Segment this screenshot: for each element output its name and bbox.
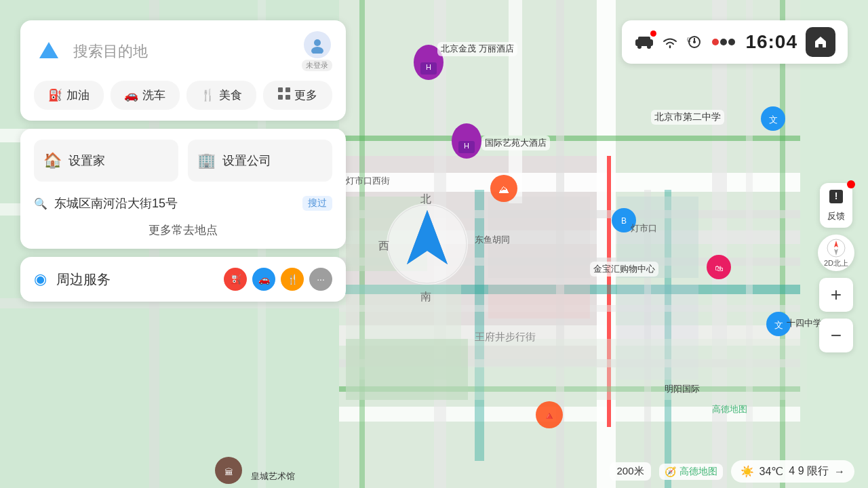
food-label: 美食 (219, 87, 242, 103)
food-icon: 🍴 (201, 88, 215, 102)
more-label: 更多 (294, 87, 317, 103)
nearby-label: 周边服务 (56, 270, 214, 289)
gaode-logo-map: 高德地图 (712, 403, 747, 415)
svg-point-68 (311, 47, 323, 54)
svg-marker-66 (39, 42, 58, 58)
fuel-icon: ⛽ (48, 88, 62, 102)
zoom-in-button[interactable]: + (819, 278, 853, 312)
compass-icon (826, 238, 846, 258)
more-grid-icon (278, 87, 290, 103)
right-controls: ! 反馈 2D北上 + − (818, 183, 854, 352)
zoom-out-button[interactable]: − (819, 319, 853, 352)
search-history-icon: 🔍 (34, 197, 47, 210)
recent-address: 东城区南河沿大街15号 (54, 195, 296, 211)
compass-label: 2D北上 (824, 258, 848, 268)
svg-rect-72 (285, 95, 290, 100)
svg-text:H: H (464, 142, 469, 150)
poi-label-guoji: 国际艺苑大酒店 (481, 136, 550, 150)
svg-point-67 (314, 39, 321, 46)
feedback-notification-dot (847, 180, 855, 188)
poi-label-14zhong: 十四中学 (787, 317, 822, 329)
svg-rect-7 (597, 0, 616, 488)
svg-rect-70 (285, 87, 290, 92)
svg-rect-71 (278, 95, 283, 100)
gaode-logo: 🧭 高德地图 (659, 464, 723, 480)
svg-text:B: B (621, 216, 627, 226)
home-work-card: 🏠 设置家 🏢 设置公司 🔍 东城区南河沿大街15号 搜过 更多常去地点 (20, 129, 346, 249)
svg-text:🏛: 🏛 (224, 467, 233, 477)
nearby-car-icon[interactable]: 🚗 (252, 268, 275, 291)
svg-rect-74 (638, 37, 650, 42)
nearby-fuel-icon[interactable]: ⛽ (224, 268, 247, 291)
status-bar: (( 16:04 (622, 20, 848, 64)
set-work-button[interactable]: 🏢 设置公司 (188, 140, 332, 182)
login-button[interactable]: 未登录 (302, 31, 332, 71)
direction-north: 北 (420, 192, 431, 207)
quick-fuel-button[interactable]: ⛽ 加油 (34, 81, 104, 110)
gaode-logo-text: 高德地图 (679, 466, 717, 478)
svg-point-79 (693, 41, 696, 43)
svg-rect-3 (339, 173, 800, 192)
nearby-icons-row: ⛽ 🚗 🍴 ··· (224, 268, 332, 291)
status-icons: (( (634, 33, 737, 52)
left-panel: 搜索目的地 未登录 ⛽ 加油 🚗 洗车 🍴 (20, 20, 346, 302)
set-home-label: 设置家 (68, 152, 105, 169)
quick-more-button[interactable]: 更多 (263, 81, 333, 110)
road-label-dengshikou: 灯市口 (631, 222, 657, 235)
carwash-icon: 🚗 (124, 88, 138, 102)
svg-point-83 (728, 39, 735, 45)
svg-point-75 (637, 45, 642, 49)
road-label-wangfujing: 王府井步行街 (475, 331, 536, 344)
svg-rect-15 (780, 0, 785, 488)
svg-text:文: 文 (774, 320, 783, 330)
svg-rect-8 (509, 0, 522, 203)
nearby-main-icon: ◉ (34, 270, 47, 288)
nearby-more-icon[interactable]: ··· (309, 268, 332, 291)
carwash-label: 洗车 (142, 87, 165, 103)
nearby-food-icon[interactable]: 🍴 (281, 268, 304, 291)
search-card: 搜索目的地 未登录 ⛽ 加油 🚗 洗车 🍴 (20, 20, 346, 121)
nearby-services-card: ◉ 周边服务 ⛽ 🚗 🍴 ··· (20, 257, 346, 302)
direction-west: 西 (378, 239, 389, 253)
warning-icon: ! (827, 188, 846, 207)
svg-text:🛍: 🛍 (715, 264, 723, 273)
svg-text:!: ! (835, 190, 838, 201)
svg-rect-17 (475, 190, 484, 461)
feedback-button[interactable]: ! 反馈 (820, 183, 852, 228)
svg-rect-69 (278, 87, 283, 92)
scale-indicator: 200米 (610, 462, 650, 481)
svg-text:🔺: 🔺 (542, 409, 556, 422)
avatar-circle (304, 31, 331, 58)
poi-label-jingmao: 北京金茂 万丽酒店 (437, 42, 517, 56)
svg-text:H: H (426, 63, 431, 71)
road-label-dengshikou-west: 灯市口西街 (346, 175, 390, 187)
search-placeholder[interactable]: 搜索目的地 (73, 41, 292, 62)
status-time: 16:04 (745, 31, 797, 53)
poi-label-jinbao: 金宝汇购物中心 (590, 262, 658, 277)
more-places-button[interactable]: 更多常去地点 (34, 222, 332, 238)
home-button[interactable] (806, 27, 835, 57)
recent-tag: 搜过 (302, 196, 332, 211)
battery-icon (710, 35, 737, 49)
work-icon: 🏢 (197, 152, 216, 169)
svg-rect-35 (346, 339, 468, 400)
temperature: 34℃ (760, 465, 784, 478)
search-icon (34, 37, 64, 66)
direction-south: 南 (420, 290, 431, 304)
gaode-logo-icon: 🧭 (665, 466, 676, 477)
traffic-arrow-icon: → (834, 466, 845, 478)
wifi-icon (661, 35, 679, 49)
poi-label-huangcheng: 皇城艺术馆 (251, 470, 295, 483)
svg-point-81 (712, 39, 719, 45)
recent-item[interactable]: 🔍 东城区南河沿大街15号 搜过 (34, 191, 332, 216)
compass-button[interactable]: 2D北上 (818, 235, 854, 271)
quick-food-button[interactable]: 🍴 美食 (186, 81, 256, 110)
poi-label-mingyang: 明阳国际 (665, 383, 700, 395)
svg-text:((: (( (687, 36, 691, 42)
bottom-bar: 200米 🧭 高德地图 ☀️ 34℃ 4 9 限行 → (339, 455, 868, 488)
quick-actions-row: ⛽ 加油 🚗 洗车 🍴 美食 更 (34, 81, 332, 110)
quick-carwash-button[interactable]: 🚗 洗车 (111, 81, 180, 110)
set-home-button[interactable]: 🏠 设置家 (34, 140, 178, 182)
feedback-label: 反馈 (827, 210, 845, 222)
svg-rect-30 (488, 285, 590, 319)
